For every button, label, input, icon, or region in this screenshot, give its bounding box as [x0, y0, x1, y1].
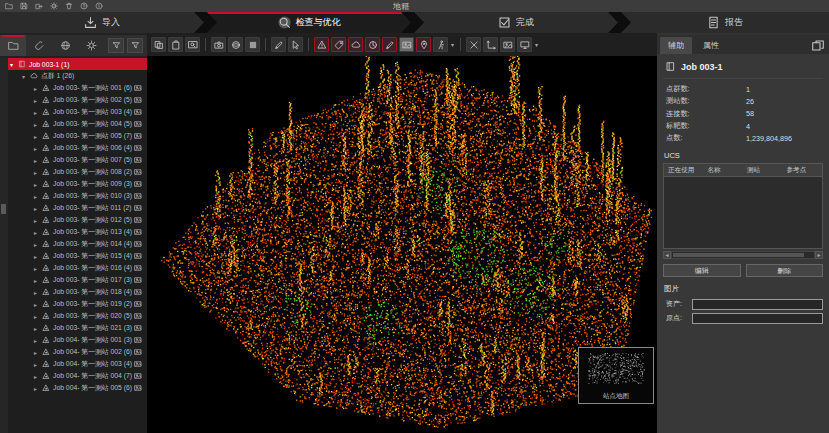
photo-thumbnail-icon[interactable]: [134, 156, 142, 164]
photo-thumbnail-icon[interactable]: [134, 96, 142, 104]
walkthrough-icon[interactable]: [433, 37, 448, 52]
tree-station-row[interactable]: ▸ Job 003- 第一测站 015 (4): [8, 250, 147, 262]
tab-panel-settings[interactable]: [78, 35, 104, 56]
tree-station-row[interactable]: ▸ Job 003- 第一测站 008 (2): [8, 166, 147, 178]
photo-thumbnail-icon[interactable]: [134, 132, 142, 140]
tree-station-row[interactable]: ▸ Job 003- 第一测站 001 (6): [8, 82, 147, 94]
tree-pointcloud-group[interactable]: ▾ 点群 1 (26): [8, 70, 147, 82]
tab-finish[interactable]: 完成: [414, 12, 618, 33]
tree-station-row[interactable]: ▸ Job 004- 第一测站 003 (4): [8, 358, 147, 370]
tree-station-row[interactable]: ▸ Job 003- 第一测站 007 (5): [8, 154, 147, 166]
settings-icon[interactable]: [50, 2, 58, 10]
cloud-icon[interactable]: [348, 37, 363, 52]
edit-button[interactable]: 编辑: [663, 264, 741, 277]
dropdown-caret-icon[interactable]: ▾: [451, 41, 454, 48]
pick-point-icon[interactable]: [288, 37, 303, 52]
save-icon[interactable]: [20, 2, 28, 10]
snapshot-icon[interactable]: [500, 37, 515, 52]
image-icon[interactable]: [399, 37, 414, 52]
photo-thumbnail-icon[interactable]: [134, 216, 142, 224]
paste-icon[interactable]: [168, 37, 183, 52]
image-field-input[interactable]: [692, 299, 823, 310]
photo-thumbnail-icon[interactable]: [134, 168, 142, 176]
tree-station-row[interactable]: ▸ Job 003- 第一测站 019 (2): [8, 298, 147, 310]
scrollbar-thumb[interactable]: [673, 253, 804, 257]
image-field-input[interactable]: [692, 313, 823, 324]
help-icon[interactable]: [80, 2, 88, 10]
tab-report[interactable]: 报告: [621, 12, 829, 33]
tab-assist[interactable]: 辅助: [660, 37, 692, 54]
tree-station-row[interactable]: ▸ Job 003- 第一测站 004 (5): [8, 118, 147, 130]
photo-thumbnail-icon[interactable]: [134, 372, 142, 380]
photo-thumbnail-icon[interactable]: [134, 180, 142, 188]
photo-thumbnail-icon[interactable]: [134, 252, 142, 260]
photo-thumbnail-icon[interactable]: [134, 312, 142, 320]
pie-icon[interactable]: [365, 37, 380, 52]
photo-thumbnail-icon[interactable]: [134, 192, 142, 200]
photo-thumbnail-icon[interactable]: [134, 240, 142, 248]
cut-icon[interactable]: [466, 37, 481, 52]
tree-station-row[interactable]: ▸ Job 003- 第一测站 012 (5): [8, 214, 147, 226]
scroll-left-icon[interactable]: ◄: [663, 251, 671, 259]
filter-expand-icon[interactable]: [108, 38, 124, 53]
info-icon[interactable]: [95, 2, 103, 10]
tab-links[interactable]: [26, 35, 52, 56]
photo-thumbnail-icon[interactable]: [134, 336, 142, 344]
photo-thumbnail-icon[interactable]: [134, 144, 142, 152]
zoom-window-icon[interactable]: [185, 37, 200, 52]
photo-thumbnail-icon[interactable]: [134, 84, 142, 92]
tree-station-row[interactable]: ▸ Job 003- 第一测站 021 (3): [8, 322, 147, 334]
warning-marker-icon[interactable]: [314, 37, 329, 52]
tree-station-row[interactable]: ▸ Job 004- 第一测站 005 (6): [8, 382, 147, 394]
camera-icon[interactable]: [211, 37, 226, 52]
photo-thumbnail-icon[interactable]: [134, 360, 142, 368]
trash-icon[interactable]: [65, 2, 73, 10]
tree-rail-handle[interactable]: [1, 204, 6, 214]
photo-thumbnail-icon[interactable]: [134, 120, 142, 128]
tree-station-row[interactable]: ▸ Job 004- 第一测站 002 (6): [8, 346, 147, 358]
tree-station-row[interactable]: ▸ Job 004- 第一测站 001 (3): [8, 334, 147, 346]
tree-station-row[interactable]: ▸ Job 003- 第一测站 011 (2): [8, 202, 147, 214]
render-sphere-icon[interactable]: [228, 37, 243, 52]
photo-thumbnail-icon[interactable]: [134, 276, 142, 284]
ucs-table[interactable]: 正在使用名称测站参考点: [663, 163, 823, 249]
export-icon[interactable]: [35, 2, 43, 10]
tab-inspect-optimize[interactable]: 检查与优化: [207, 12, 411, 33]
photo-thumbnail-icon[interactable]: [134, 324, 142, 332]
photo-thumbnail-icon[interactable]: [134, 348, 142, 356]
pin-icon[interactable]: [416, 37, 431, 52]
filter-collapse-icon[interactable]: [127, 38, 143, 53]
tab-import[interactable]: 导入: [0, 12, 204, 33]
delete-button[interactable]: 删除: [746, 264, 824, 277]
tree-station-row[interactable]: ▸ Job 003- 第一测站 005 (7): [8, 130, 147, 142]
tree-station-row[interactable]: ▸ Job 003- 第一测站 017 (3): [8, 274, 147, 286]
copy-icon[interactable]: [151, 37, 166, 52]
minimap[interactable]: 站点地图: [578, 347, 654, 404]
draw-icon[interactable]: [382, 37, 397, 52]
scroll-right-icon[interactable]: ►: [815, 251, 823, 259]
tree-station-row[interactable]: ▸ Job 003- 第一测站 016 (4): [8, 262, 147, 274]
tag-icon[interactable]: [331, 37, 346, 52]
photo-thumbnail-icon[interactable]: [134, 108, 142, 116]
tree-station-row[interactable]: ▸ Job 004- 第一测站 004 (7): [8, 370, 147, 382]
tree-station-row[interactable]: ▸ Job 003- 第一测站 020 (5): [8, 310, 147, 322]
tree-station-row[interactable]: ▸ Job 003- 第一测站 013 (4): [8, 226, 147, 238]
tree-station-row[interactable]: ▸ Job 003- 第一测站 002 (5): [8, 94, 147, 106]
tree-station-row[interactable]: ▸ Job 003- 第一测站 010 (3): [8, 190, 147, 202]
tree-station-row[interactable]: ▸ Job 003- 第一测站 009 (3): [8, 178, 147, 190]
open-folder-icon[interactable]: [5, 2, 13, 10]
axes-icon[interactable]: [483, 37, 498, 52]
photo-thumbnail-icon[interactable]: [134, 204, 142, 212]
tree-station-row[interactable]: ▸ Job 003- 第一测站 006 (4): [8, 142, 147, 154]
tree-station-row[interactable]: ▸ Job 003- 第一测站 018 (4): [8, 286, 147, 298]
dropdown-caret-icon[interactable]: ▾: [535, 41, 538, 48]
tree-station-row[interactable]: ▸ Job 003- 第一测站 014 (4): [8, 238, 147, 250]
measure-icon[interactable]: [271, 37, 286, 52]
display-settings-icon[interactable]: [517, 37, 532, 52]
photo-thumbnail-icon[interactable]: [134, 264, 142, 272]
tab-web[interactable]: [52, 35, 78, 56]
panel-layout-icon[interactable]: [811, 39, 825, 52]
tab-project-tree[interactable]: [0, 35, 26, 56]
tree-station-row[interactable]: ▸ Job 003- 第一测站 003 (4): [8, 106, 147, 118]
photo-thumbnail-icon[interactable]: [134, 300, 142, 308]
